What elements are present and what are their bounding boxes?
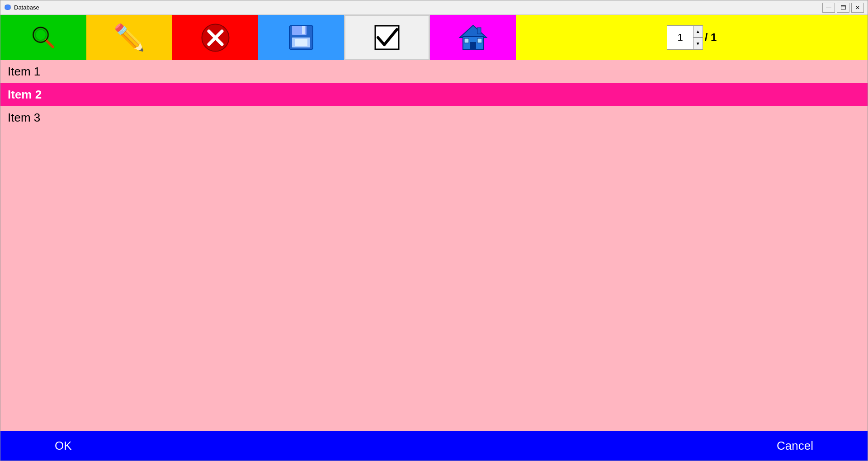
floppy-icon [288, 24, 315, 51]
svg-point-2 [35, 29, 46, 40]
x-icon [201, 23, 230, 52]
svg-rect-18 [464, 38, 469, 43]
title-bar: Database — 🗖 ✕ [0, 0, 868, 15]
pencil-icon: ✏️ [113, 23, 145, 52]
list-item[interactable]: Item 1 [0, 60, 868, 83]
svg-rect-15 [477, 28, 481, 34]
cancel-button[interactable]: Cancel [759, 435, 831, 456]
list-item[interactable]: Item 3 [0, 106, 868, 129]
svg-rect-19 [477, 38, 482, 43]
title-bar-controls: — 🗖 ✕ [822, 3, 864, 13]
toolbar: ✏️ [0, 15, 868, 60]
svg-line-3 [46, 40, 53, 47]
title-bar-left: Database [4, 4, 39, 11]
house-icon [458, 23, 488, 52]
list-item[interactable]: Item 2 [0, 83, 868, 106]
page-down-button[interactable]: ▼ [693, 38, 703, 50]
save-button[interactable] [258, 15, 344, 60]
search-icon [30, 24, 57, 51]
edit-button[interactable]: ✏️ [86, 15, 172, 60]
minimize-button[interactable]: — [822, 3, 835, 13]
ok-button[interactable]: OK [37, 435, 90, 456]
checkbox-icon [373, 24, 401, 51]
home-button[interactable] [430, 15, 516, 60]
page-input-wrapper: ▲ ▼ [667, 25, 703, 50]
delete-button[interactable] [172, 15, 258, 60]
svg-marker-14 [460, 25, 486, 38]
search-button[interactable] [0, 15, 86, 60]
check-button[interactable] [344, 15, 430, 60]
bottom-bar: OK Cancel [0, 431, 868, 461]
maximize-button[interactable]: 🗖 [837, 3, 849, 13]
window-title: Database [14, 4, 39, 11]
database-icon [4, 4, 11, 11]
svg-rect-12 [295, 39, 307, 46]
svg-rect-17 [470, 42, 476, 49]
pagination-area: ▲ ▼ / 1 [516, 15, 868, 60]
content-area: Item 1 Item 2 Item 3 [0, 60, 868, 431]
main-window: Database — 🗖 ✕ ✏️ [0, 0, 868, 461]
page-spinners: ▲ ▼ [693, 25, 703, 50]
svg-rect-10 [302, 26, 305, 34]
page-total: / 1 [705, 31, 717, 44]
close-button[interactable]: ✕ [851, 3, 864, 13]
page-up-button[interactable]: ▲ [693, 25, 703, 38]
